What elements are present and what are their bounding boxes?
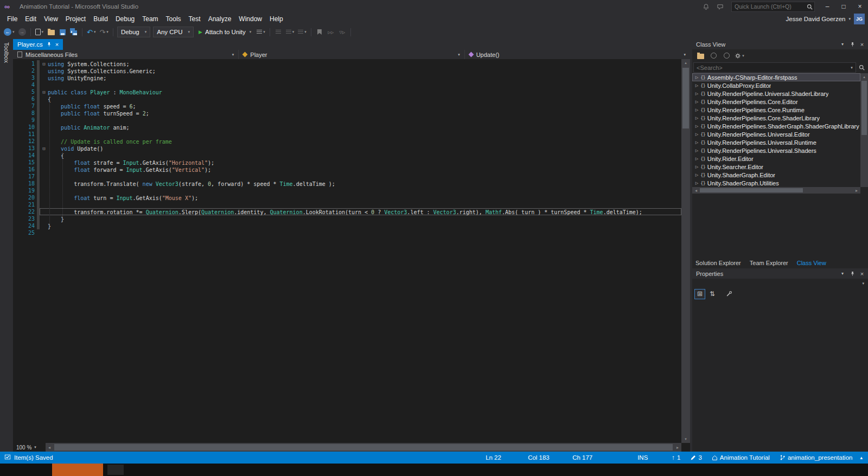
tree-item[interactable]: ▷{}Unity.RenderPipelines.Universal.Runti… [692,138,860,146]
menu-edit[interactable]: Edit [21,14,40,24]
scroll-up-arrow-icon[interactable]: ▴ [860,73,868,81]
code-line-4[interactable]: 4 [13,81,681,88]
new-folder-button[interactable] [695,50,706,61]
back-button[interactable] [708,50,719,61]
menu-team[interactable]: Team [138,14,162,24]
menu-file[interactable]: File [3,14,21,24]
solution-platform-dropdown[interactable]: Any CPU▾ [153,27,194,37]
chevron-up-icon[interactable]: ▴ [860,455,863,460]
menu-window[interactable]: Window [235,14,266,24]
pin-icon[interactable] [47,41,52,48]
code-line-19[interactable]: 19 [13,187,681,194]
code-line-16[interactable]: 16 float forward = Input.GetAxis("Vertic… [13,166,681,173]
tree-item[interactable]: ▷{}Unity.RenderPipelines.Core.Runtime [692,106,860,114]
branch-selector[interactable]: animation_presentation [780,454,853,461]
toolbar-button[interactable]: ▿▹ [337,26,348,38]
expander-icon[interactable]: ▷ [694,108,700,112]
categorized-button[interactable]: ⊞ [694,289,705,299]
code-line-18[interactable]: 18 transform.Translate( new Vector3(stra… [13,180,681,187]
close-icon[interactable]: × [857,40,867,49]
menu-tools[interactable]: Tools [162,14,185,24]
toolbar-button[interactable]: ▹▹ [326,26,336,38]
panel-tab-class-view[interactable]: Class View [797,260,826,266]
property-pages-button[interactable] [724,289,735,299]
code-line-13[interactable]: 13⊟ void Update() [13,145,681,152]
navigate-forward-button[interactable]: → [17,26,28,38]
zoom-dropdown[interactable]: 100 % ▾ [13,443,46,452]
tree-item[interactable]: ▷{}Unity.RenderPipelines.Core.ShaderLibr… [692,114,860,122]
pending-changes[interactable]: 3 [690,454,701,461]
code-line-7[interactable]: 7 public float speed = 6; [13,102,681,110]
code-line-17[interactable]: 17 [13,173,681,180]
code-line-2[interactable]: 2using System.Collections.Generic; [13,67,681,74]
tree-vertical-scrollbar[interactable]: ▴ [860,73,868,187]
avatar[interactable]: JG [854,14,865,24]
tree-item[interactable]: ▷{}Unity.CollabProxy.Editor [692,81,860,89]
tree-item[interactable]: ▷{}Unity.Rider.Editor [692,155,860,163]
tree-item[interactable]: ▷{}Unity.RenderPipelines.Universal.Shade… [692,146,860,155]
window-position-icon[interactable]: ▾ [838,40,847,49]
alphabetical-button[interactable]: ⇅ [707,289,718,299]
pin-icon[interactable] [847,269,857,278]
code-line-11[interactable]: 11 [13,131,681,138]
search-icon[interactable] [805,4,814,10]
close-button[interactable]: × [852,0,868,13]
scroll-right-arrow-icon[interactable]: ▸ [853,187,860,194]
code-line-9[interactable]: 9 [13,117,681,124]
vertical-scrollbar[interactable]: ▴ ▾ [681,59,690,443]
tree-item[interactable]: ▷{}Unity.Searcher.Editor [692,163,860,171]
quick-launch-input[interactable] [732,3,805,10]
tree-item[interactable]: ▷{}Unity.RenderPipeline.Universal.Shader… [692,89,860,98]
new-file-button[interactable]: ▾ [34,26,46,38]
tree-item[interactable]: ▷{}Unity.RenderPipelines.Core.Editor [692,98,860,106]
panel-tab-team-explorer[interactable]: Team Explorer [750,260,788,266]
scrollbar-thumb[interactable] [682,68,689,128]
expander-icon[interactable]: ▷ [694,157,700,161]
member-dropdown[interactable]: Update() ▾ [465,50,690,59]
expander-icon[interactable]: ▷ [694,116,700,120]
expander-icon[interactable]: ▷ [694,92,700,96]
expander-icon[interactable]: ▷ [694,100,700,104]
toolbar-button[interactable]: ▾ [296,26,308,38]
menu-test[interactable]: Test [185,14,205,24]
expander-icon[interactable]: ▷ [694,181,700,185]
expander-icon[interactable]: ▷ [694,83,700,88]
menu-project[interactable]: Project [62,14,90,24]
class-view-search-input[interactable] [694,65,848,71]
maximize-button[interactable]: □ [835,0,852,13]
tree-item[interactable]: ▷{}Unity.RenderPipelines.Universal.Edito… [692,130,860,138]
expander-icon[interactable]: ▷ [694,140,700,145]
menu-analyze[interactable]: Analyze [205,14,235,24]
pin-icon[interactable] [847,40,857,49]
menu-view[interactable]: View [40,14,62,24]
search-icon[interactable] [856,62,867,73]
code-line-25[interactable]: 25 [13,229,681,236]
toolbox-tab[interactable]: Toolbox [3,42,10,452]
save-button[interactable] [57,26,68,38]
notifications-icon[interactable] [699,0,713,13]
code-line-5[interactable]: 5⊟public class Player : MonoBehaviour [13,88,681,95]
menu-build[interactable]: Build [90,14,112,24]
tree-item[interactable]: ▷{}Assembly-CSharp-Editor-firstpass [692,73,860,81]
toolbar-button[interactable] [273,26,284,38]
document-tab-player-cs[interactable]: Player.cs × [13,39,63,50]
save-all-button[interactable] [68,26,79,38]
code-surface[interactable]: 1⊟using System.Collections;2using System… [13,59,681,443]
forward-button[interactable] [721,50,732,61]
scrollbar-thumb[interactable] [54,444,673,451]
close-icon[interactable]: × [857,269,867,278]
expander-icon[interactable]: ▷ [694,173,700,177]
code-line-1[interactable]: 1⊟using System.Collections; [13,60,681,67]
close-icon[interactable]: × [55,42,59,48]
tree-item[interactable]: ▷{}Unity.RenderPipelines.ShaderGraph.Sha… [692,122,860,130]
repository-selector[interactable]: Animation Tutorial [712,454,770,461]
type-dropdown[interactable]: Player ▾ [239,50,464,59]
window-position-icon[interactable]: ▾ [838,269,847,278]
scrollbar-thumb[interactable] [861,81,867,135]
unpushed-commits[interactable]: ↑ 1 [672,454,680,461]
fold-marker-icon[interactable]: ⊟ [40,89,48,95]
expander-icon[interactable]: ▷ [694,165,700,169]
code-line-10[interactable]: 10 public Animator anim; [13,124,681,131]
minimize-button[interactable]: – [819,0,835,13]
chevron-down-icon[interactable]: ▾ [848,66,856,70]
